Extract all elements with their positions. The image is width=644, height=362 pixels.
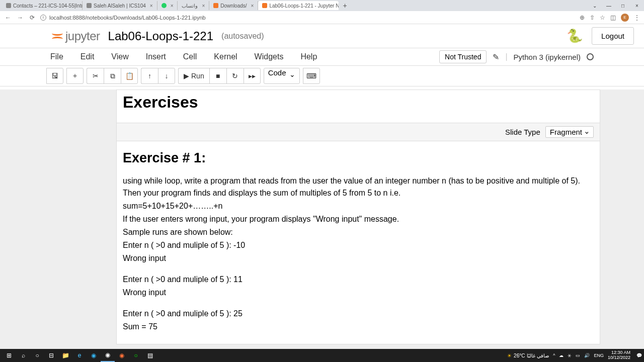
jupyter-header: jupyter Lab06-Loops-1-221 (autosaved) 🐍 …	[0, 24, 644, 48]
exercise-text: Sample runs are shown below:	[123, 226, 594, 238]
new-tab-button[interactable]: +	[339, 2, 351, 10]
browser-tab-strip: Contacts – 221-ICS-104-55|Intro× Saleh A…	[0, 0, 644, 11]
exercise-title: Exercise # 1:	[123, 150, 594, 166]
slide-type-select[interactable]: Fragment	[545, 126, 594, 138]
windows-taskbar: ⊞ ⌕ ○ ⊟ 📁 e ◉ ◉ ◉ ○ ▤ ☀ 26°C صافي غالبًا…	[0, 349, 644, 362]
exercise-text: Wrong input	[123, 252, 594, 264]
browser-tab[interactable]: واتساب×	[178, 1, 209, 10]
menu-cell[interactable]: Cell	[183, 52, 197, 61]
menu-insert[interactable]: Insert	[146, 52, 166, 61]
browser-tab[interactable]: ×	[157, 1, 178, 10]
edit-icon[interactable]: ✎	[493, 52, 499, 62]
network-icon[interactable]: ⚹	[568, 353, 572, 358]
add-cell-button[interactable]: ＋	[66, 68, 84, 84]
markdown-cell[interactable]: Exercises	[116, 89, 600, 123]
cut-button[interactable]: ✂	[87, 68, 104, 84]
app-icon[interactable]: ○	[129, 349, 143, 362]
notebook-name[interactable]: Lab06-Loops-1-221	[108, 29, 214, 43]
chrome-icon[interactable]: ◉	[101, 349, 115, 362]
browser-tab[interactable]: Downloads/×	[209, 1, 258, 10]
file-explorer-icon[interactable]: 📁	[58, 349, 72, 362]
onedrive-icon[interactable]: ☁	[559, 353, 564, 358]
command-palette-button[interactable]: ⌨	[303, 68, 320, 84]
trust-button[interactable]: Not Trusted	[439, 50, 487, 63]
url-input[interactable]: i localhost:8888/notebooks/Downloads/Lab…	[40, 15, 576, 21]
start-button[interactable]: ⊞	[2, 349, 16, 362]
menu-help[interactable]: Help	[300, 52, 317, 61]
restart-run-all-button[interactable]: ▸▸	[244, 68, 261, 84]
chevron-down-icon[interactable]: ⌄	[588, 0, 602, 11]
exercise-text: If the user enters wrong input, your pro…	[123, 213, 594, 225]
profile-avatar[interactable]: E	[621, 14, 629, 22]
menu-file[interactable]: File	[50, 52, 63, 61]
address-bar: ← → ⟳ i localhost:8888/notebooks/Downloa…	[0, 11, 644, 24]
restart-button[interactable]: ↻	[226, 68, 244, 84]
menu-widgets[interactable]: Widgets	[255, 52, 284, 61]
slide-type-label: Slide Type	[505, 128, 540, 136]
exercise-text: sum=5+10+15+20+……..+n	[123, 200, 594, 212]
browser-tab[interactable]: Saleh AlSaleh | ICS104×	[83, 1, 157, 10]
interrupt-button[interactable]: ■	[209, 68, 226, 84]
toolbar: 🖫 ＋ ✂ ⧉ 📋 ↑ ↓ ▶ Run ■ ↻ ▸▸ Code ⌨	[0, 66, 644, 86]
edge-chromium-icon[interactable]: ◉	[87, 349, 101, 362]
move-up-button[interactable]: ↑	[141, 68, 158, 84]
exercise-text: Enter n ( >0 and muliple of 5 ): 11	[123, 274, 594, 286]
kernel-indicator-icon[interactable]	[587, 53, 594, 60]
reload-button[interactable]: ⟳	[28, 14, 36, 22]
tray-chevron-icon[interactable]: ^	[553, 353, 555, 358]
autosave-status: (autosaved)	[221, 32, 264, 41]
zoom-icon[interactable]: ⊕	[580, 14, 585, 21]
jupyter-logo[interactable]: jupyter	[50, 29, 100, 43]
maximize-button[interactable]: □	[616, 0, 630, 11]
forward-button[interactable]: →	[16, 14, 24, 22]
exercise-text: Sum = 75	[123, 321, 594, 333]
star-icon[interactable]: ☆	[600, 14, 605, 21]
jupyter-logo-icon	[50, 29, 64, 43]
extensions-icon[interactable]: ◫	[610, 14, 616, 21]
run-button[interactable]: ▶ Run	[178, 68, 209, 84]
save-button[interactable]: 🖫	[46, 68, 63, 84]
close-icon[interactable]: ×	[202, 3, 205, 9]
logout-button[interactable]: Logout	[592, 27, 634, 45]
language-indicator[interactable]: ENG	[594, 353, 604, 358]
exercise-text: Enter n ( >0 and muliple of 5 ): 25	[123, 308, 594, 320]
paste-button[interactable]: 📋	[121, 68, 138, 84]
volume-icon[interactable]: 🔊	[584, 353, 590, 358]
task-view-icon[interactable]: ⊟	[44, 349, 58, 362]
info-icon[interactable]: i	[40, 15, 46, 21]
weather-widget[interactable]: ☀ 26°C صافي غالبًا	[507, 353, 549, 358]
search-icon[interactable]: ⌕	[16, 349, 30, 362]
clock[interactable]: 12:30 AM 10/12/2022	[608, 350, 632, 360]
minimize-button[interactable]: —	[602, 0, 616, 11]
battery-icon[interactable]: ▭	[576, 353, 580, 358]
cortana-icon[interactable]: ○	[30, 349, 44, 362]
browser-tab[interactable]: Contacts – 221-ICS-104-55|Intro×	[2, 1, 83, 10]
move-down-button[interactable]: ↓	[158, 68, 175, 84]
close-icon[interactable]: ×	[251, 3, 254, 9]
close-icon[interactable]: ×	[150, 3, 153, 9]
menu-kernel[interactable]: Kernel	[214, 52, 237, 61]
exercise-text: using while loop, write a program that r…	[123, 175, 594, 199]
copy-button[interactable]: ⧉	[104, 68, 121, 84]
slide-type-toolbar: Slide Type Fragment	[116, 123, 600, 141]
exercise-text: Enter n ( >0 and muliple of 5 ): -10	[123, 239, 594, 251]
close-button[interactable]: ×	[630, 0, 644, 11]
share-icon[interactable]: ⇧	[590, 14, 595, 21]
notifications-icon[interactable]: 💬	[636, 353, 642, 358]
browser-tab-active[interactable]: Lab06-Loops-1-221 - Jupyter No×	[258, 1, 339, 10]
markdown-cell[interactable]: Exercise # 1: using while loop, write a …	[116, 141, 600, 344]
edge-icon[interactable]: e	[72, 349, 87, 362]
kernel-name[interactable]: Python 3 (ipykernel)	[514, 53, 581, 61]
firefox-icon[interactable]: ◉	[115, 349, 129, 362]
back-button[interactable]: ←	[4, 14, 12, 22]
heading-exercises: Exercises	[123, 93, 594, 112]
app-icon[interactable]: ▤	[143, 349, 157, 362]
cell-type-select[interactable]: Code	[264, 68, 300, 84]
menu-icon[interactable]: ⋮	[634, 14, 640, 21]
menu-view[interactable]: View	[111, 52, 128, 61]
exercise-text: Wrong input	[123, 287, 594, 299]
menu-edit[interactable]: Edit	[80, 52, 95, 61]
menubar: File Edit View Insert Cell Kernel Widget…	[0, 48, 644, 65]
close-icon[interactable]: ×	[171, 3, 174, 9]
notebook-area[interactable]: Exercises Slide Type Fragment Exercise #…	[0, 89, 644, 349]
